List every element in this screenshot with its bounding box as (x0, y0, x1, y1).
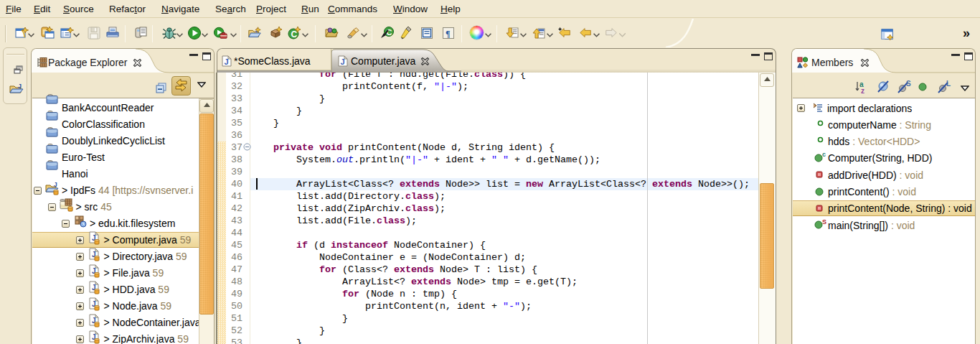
svg-text:C: C (291, 29, 298, 39)
svg-text:c: c (822, 152, 826, 158)
svg-text:z: z (861, 87, 864, 94)
svg-text:J: J (54, 182, 57, 188)
svg-text:J: J (341, 57, 345, 66)
svg-text:J: J (18, 83, 22, 90)
svg-text:¶: ¶ (446, 29, 450, 39)
svg-text:S: S (822, 218, 826, 226)
svg-text:J: J (225, 57, 229, 66)
